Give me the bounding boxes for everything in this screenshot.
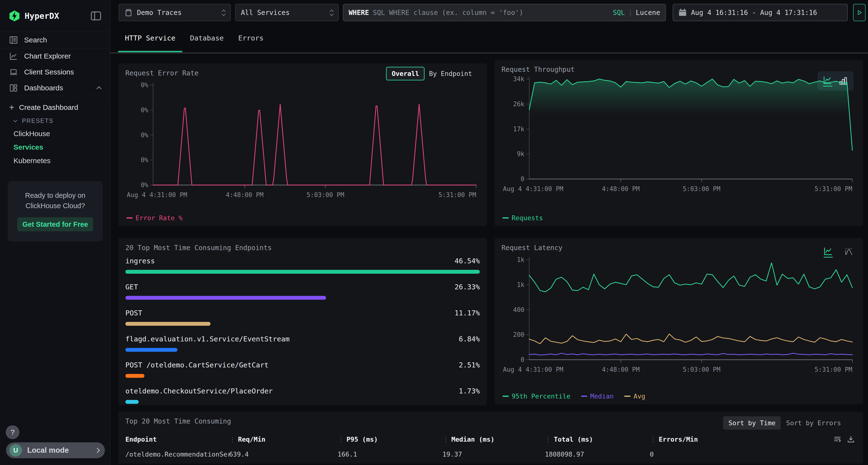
selector-chevrons-icon <box>330 9 333 16</box>
legend-item[interactable]: 95th Percentile <box>502 393 570 400</box>
dashboard-grid: Request Error Rate Overall By Endpoint 0… <box>111 54 868 464</box>
sort-by-errors-button[interactable]: Sort by Errors <box>781 416 846 430</box>
sidebar-item-chart-explorer[interactable]: Chart Explorer <box>0 48 110 64</box>
sidebar-item-search[interactable]: Search <box>0 32 110 48</box>
svg-text:0%: 0% <box>141 132 149 139</box>
table-cell: 639.4 <box>229 451 338 458</box>
tab-errors[interactable]: Errors <box>231 25 270 52</box>
column-label: P95 (ms) <box>346 436 378 443</box>
sql-mode-toggle[interactable]: SQL <box>613 9 625 16</box>
sidebar-item-services[interactable]: Services <box>0 140 110 154</box>
table-header-cell[interactable]: ⋮Errors/Min <box>650 436 837 443</box>
latency-chart: 02004001k1kAug 4 4:31:00 PM4:48:00 PM5:0… <box>501 255 856 378</box>
legend-dash-icon <box>502 396 509 397</box>
sidebar: HyperDX Search Chart Explorer Client Ses… <box>0 0 111 465</box>
error-rate-view-toggle: Overall By Endpoint <box>386 67 476 80</box>
table-row[interactable]: /oteldemo.RecommendationServ639.4166.119… <box>125 451 837 458</box>
lucene-mode-toggle[interactable]: Lucene <box>636 9 660 16</box>
preset-label: ClickHouse <box>13 130 50 138</box>
avatar: U <box>9 444 22 457</box>
logo-row: HyperDX <box>0 0 110 32</box>
service-select-value: All Services <box>241 9 289 16</box>
tab-database[interactable]: Database <box>183 25 230 52</box>
svg-text:4:48:00 PM: 4:48:00 PM <box>602 366 640 373</box>
column-label: Req/Min <box>238 436 266 443</box>
create-dashboard-button[interactable]: + Create Dashboard <box>0 100 110 114</box>
legend-label: Error Rate % <box>135 214 183 222</box>
selector-chevrons-icon <box>222 9 225 16</box>
svg-text:Aug 4 4:31:00 PM: Aug 4 4:31:00 PM <box>127 191 187 199</box>
histogram-icon[interactable] <box>844 247 854 256</box>
endpoint-label: POST /oteldemo.CartService/GetCart <box>125 361 269 369</box>
svg-text:17k: 17k <box>513 126 524 133</box>
presets-section-toggle[interactable]: PRESETS <box>0 114 110 127</box>
column-label: Median (ms) <box>452 436 495 443</box>
table-header-cell[interactable]: ⋮P95 (ms) <box>338 436 442 443</box>
expand-rows-icon[interactable] <box>833 435 841 443</box>
endpoint-item[interactable]: ingress46.54% <box>125 257 480 274</box>
legend-label: Requests <box>512 214 543 222</box>
legend-item[interactable]: Error Rate % <box>126 214 183 222</box>
time-range-picker[interactable]: Aug 4 16:31:16 - Aug 4 17:31:16 <box>673 4 848 21</box>
drag-handle-icon[interactable]: ⋮ <box>545 436 551 443</box>
endpoint-percent: 1.73% <box>459 387 480 395</box>
drag-handle-icon[interactable]: ⋮ <box>338 436 344 443</box>
topbar: Demo Traces All Services WHERE SQL WHERE… <box>111 0 868 25</box>
endpoint-item[interactable]: POST11.17% <box>125 309 480 326</box>
calendar-icon <box>679 8 687 16</box>
endpoint-label: GET <box>125 283 138 291</box>
table-header-cell[interactable]: ⋮Total (ms) <box>545 436 650 443</box>
dashboards-icon <box>9 84 18 92</box>
table-header-cell[interactable]: ⋮Req/Min <box>229 436 338 443</box>
source-select[interactable]: Demo Traces <box>119 4 231 21</box>
service-select[interactable]: All Services <box>235 4 339 21</box>
user-menu[interactable]: U Local mode <box>6 442 105 458</box>
panel-title: Request Throughput <box>501 66 575 73</box>
table-header-cell[interactable]: ⋮Median (ms) <box>442 436 545 443</box>
sidebar-item-kubernetes[interactable]: Kubernetes <box>0 154 110 167</box>
get-started-button[interactable]: Get Started for Free <box>18 217 93 231</box>
legend-label: 95th Percentile <box>512 393 570 400</box>
endpoint-percent: 6.84% <box>459 335 480 343</box>
endpoint-label: POST <box>125 309 142 317</box>
by-endpoint-toggle-button[interactable]: By Endpoint <box>425 67 476 80</box>
request-throughput-panel: Request Throughput 09k17k26k34kAug 4 4:3… <box>494 60 863 226</box>
table-cell: 1808098.97 <box>545 451 650 458</box>
legend-item[interactable]: Avg <box>624 393 645 400</box>
drag-handle-icon[interactable]: ⋮ <box>442 436 449 443</box>
drag-handle-icon[interactable]: ⋮ <box>229 436 236 443</box>
overall-toggle-button[interactable]: Overall <box>386 67 425 80</box>
endpoint-label: flagd.evaluation.v1.Service/EventStream <box>125 335 289 343</box>
sidebar-item-clickhouse[interactable]: ClickHouse <box>0 127 110 140</box>
cloud-card-line2: ClickHouse Cloud? <box>16 201 94 211</box>
endpoint-percent: 2.51% <box>459 361 480 369</box>
tab-http-service[interactable]: HTTP Service <box>118 25 182 52</box>
help-button[interactable]: ? <box>6 426 19 439</box>
run-query-button[interactable] <box>853 4 866 21</box>
svg-text:5:03:00 PM: 5:03:00 PM <box>306 191 344 199</box>
legend-dash-icon <box>581 396 587 397</box>
sort-by-time-button[interactable]: Sort by Time <box>723 416 781 430</box>
svg-text:0%: 0% <box>141 106 149 114</box>
endpoint-item[interactable]: flagd.evaluation.v1.Service/EventStream6… <box>125 335 480 352</box>
endpoint-bar <box>125 348 178 352</box>
endpoint-item[interactable]: oteldemo.CheckoutService/PlaceOrder1.73% <box>125 387 480 404</box>
create-dashboard-label: Create Dashboard <box>19 103 78 111</box>
table-header-cell[interactable]: Endpoint <box>125 436 229 443</box>
endpoint-item[interactable]: GET26.33% <box>125 283 480 300</box>
chart-explorer-icon <box>9 52 18 61</box>
legend-item[interactable]: Median <box>581 393 614 400</box>
sidebar-item-client-sessions[interactable]: Client Sessions <box>0 64 110 80</box>
legend-item[interactable]: Requests <box>502 214 543 222</box>
search-input[interactable]: WHERE SQL WHERE clause (ex. column = 'fo… <box>343 4 666 21</box>
download-icon[interactable] <box>847 435 855 443</box>
svg-text:1k: 1k <box>517 281 525 289</box>
endpoint-item[interactable]: POST /oteldemo.CartService/GetCart2.51% <box>125 361 480 378</box>
endpoint-percent: 46.54% <box>455 257 480 265</box>
laptop-icon <box>9 68 18 76</box>
sidebar-collapse-icon[interactable] <box>91 11 101 21</box>
table-sort-toggle: Sort by Time Sort by Errors <box>723 416 846 430</box>
sidebar-item-dashboards[interactable]: Dashboards <box>0 80 110 96</box>
drag-handle-icon[interactable]: ⋮ <box>650 436 656 443</box>
panel-title: Request Latency <box>501 244 562 252</box>
